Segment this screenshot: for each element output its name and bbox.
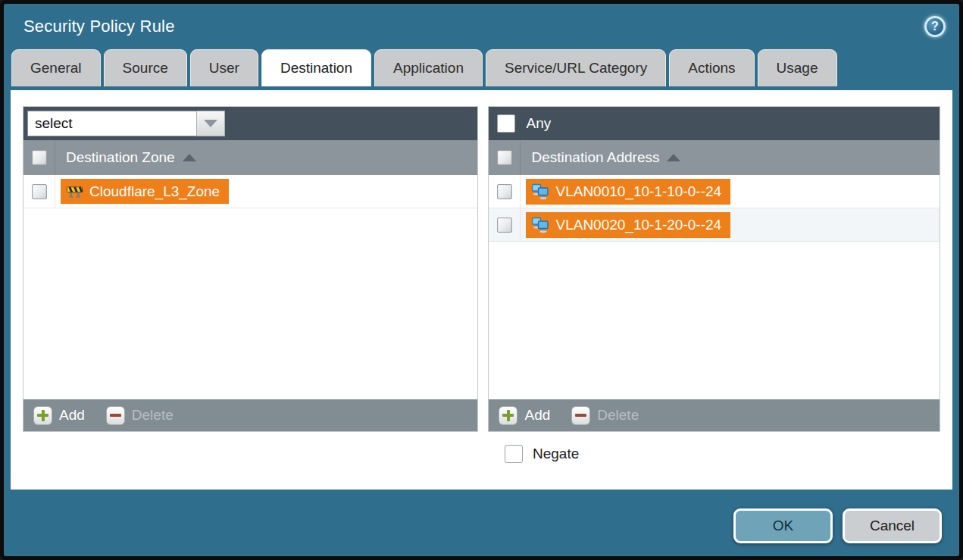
titlebar: Security Policy Rule ?	[4, 4, 959, 49]
minus-icon	[106, 406, 125, 425]
table-row: VLAN0010_10-1-10-0--24	[489, 175, 940, 208]
zone-header-checkbox-cell	[23, 140, 55, 175]
address-delete-label: Delete	[597, 407, 639, 424]
zone-panel-header	[23, 107, 477, 140]
address-entry-label: VLAN0020_10-1-20-0--24	[555, 217, 721, 233]
address-column-title: Destination Address	[531, 149, 659, 166]
any-label: Any	[526, 115, 551, 132]
zone-add-button[interactable]: Add	[33, 406, 85, 425]
tab-actions[interactable]: Actions	[669, 49, 754, 86]
table-row: VLAN0020_10-1-20-0--24	[489, 208, 940, 242]
help-icon[interactable]: ?	[924, 16, 946, 37]
address-add-label: Add	[524, 407, 550, 424]
destination-zone-panel: Destination Zone	[23, 106, 478, 432]
row-checkbox-cell	[489, 208, 521, 241]
any-checkbox[interactable]	[497, 114, 515, 133]
address-row-checkbox[interactable]	[497, 217, 512, 233]
address-entry-vlan0020[interactable]: VLAN0020_10-1-20-0--24	[526, 212, 730, 238]
zone-column-title: Destination Zone	[66, 149, 175, 166]
zone-row-checkbox[interactable]	[32, 184, 47, 199]
address-rows: VLAN0010_10-1-10-0--24	[489, 175, 940, 399]
zone-icon	[66, 183, 83, 200]
zone-delete-button[interactable]: Delete	[106, 406, 174, 425]
zone-entry-cloudflare-l3-zone[interactable]: Cloudflare_L3_Zone	[61, 179, 229, 204]
plus-icon	[33, 406, 52, 425]
zone-select-all-checkbox[interactable]	[32, 150, 47, 165]
zone-select-combo	[27, 111, 225, 136]
dialog-footer: OK Cancel	[733, 508, 942, 543]
address-icon	[531, 183, 549, 201]
security-policy-rule-dialog: Security Policy Rule ? General Source Us…	[0, 0, 963, 560]
address-row-checkbox[interactable]	[497, 184, 512, 199]
zone-delete-label: Delete	[132, 407, 174, 424]
tabstrip: General Source User Destination Applicat…	[4, 49, 959, 86]
row-checkbox-cell	[23, 175, 55, 208]
address-select-all-checkbox[interactable]	[497, 150, 512, 165]
address-entry-label: VLAN0010_10-1-10-0--24	[555, 183, 721, 200]
destination-address-panel: Any Destination Address	[488, 106, 940, 432]
address-icon	[531, 216, 549, 234]
plus-icon	[499, 406, 517, 425]
ok-button[interactable]: OK	[733, 508, 833, 543]
zone-column-header: Destination Zone	[23, 140, 477, 175]
destination-tab-content: Destination Zone	[11, 90, 952, 490]
tab-destination[interactable]: Destination	[261, 49, 371, 86]
tab-general[interactable]: General	[11, 49, 101, 86]
tab-usage[interactable]: Usage	[758, 49, 837, 86]
tab-application[interactable]: Application	[374, 49, 483, 86]
address-entry-vlan0010[interactable]: VLAN0010_10-1-10-0--24	[526, 179, 730, 205]
address-panel-header: Any	[489, 107, 940, 140]
minus-icon	[571, 406, 590, 425]
zone-panel-footer: Add Delete	[23, 399, 477, 431]
address-header-checkbox-cell	[489, 140, 521, 175]
address-column-header: Destination Address	[489, 140, 940, 175]
sort-ascending-icon[interactable]	[183, 154, 196, 161]
zone-select-input[interactable]	[27, 111, 196, 136]
chevron-down-icon	[204, 120, 217, 127]
sort-ascending-icon[interactable]	[667, 154, 680, 161]
negate-checkbox[interactable]	[505, 445, 523, 463]
tab-source[interactable]: Source	[104, 49, 187, 86]
row-checkbox-cell	[489, 175, 521, 208]
zone-select-dropdown-button[interactable]	[196, 111, 225, 136]
cancel-button[interactable]: Cancel	[843, 508, 942, 543]
zone-add-label: Add	[59, 407, 85, 424]
table-row: Cloudflare_L3_Zone	[23, 175, 477, 208]
negate-row: Negate	[505, 445, 940, 463]
address-delete-button[interactable]: Delete	[571, 406, 639, 425]
tab-service-url-category[interactable]: Service/URL Category	[486, 49, 666, 86]
zone-rows: Cloudflare_L3_Zone	[23, 175, 477, 399]
tab-user[interactable]: User	[190, 49, 258, 86]
zone-entry-label: Cloudflare_L3_Zone	[89, 183, 220, 200]
address-add-button[interactable]: Add	[499, 406, 550, 425]
address-panel-footer: Add Delete	[489, 399, 940, 431]
negate-label: Negate	[533, 446, 579, 462]
dialog-title: Security Policy Rule	[23, 17, 175, 36]
